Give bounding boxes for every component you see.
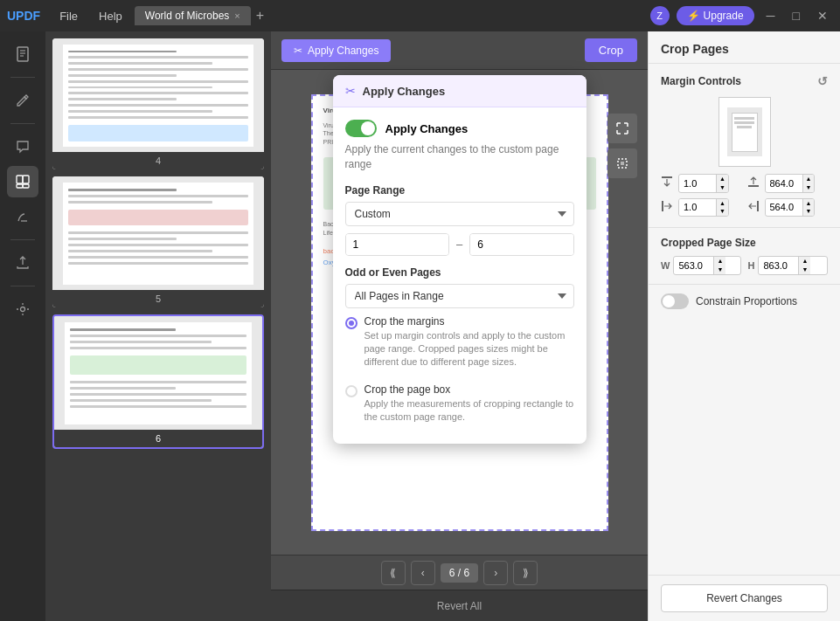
- left-margin-input[interactable]: [679, 199, 716, 215]
- mock-line: [70, 335, 246, 337]
- mock-line: [68, 98, 176, 100]
- right-panel-bottom: Revert Changes: [649, 575, 840, 621]
- width-spinners: ▲ ▼: [713, 257, 725, 274]
- left-margin-down[interactable]: ▼: [717, 207, 728, 216]
- page-thumb-6[interactable]: 6: [52, 314, 264, 449]
- new-tab-button[interactable]: +: [256, 8, 264, 24]
- sidebar-icon-comment[interactable]: [7, 131, 38, 162]
- sidebar-sep-1: [10, 77, 35, 78]
- height-spinners: ▲ ▼: [798, 257, 810, 274]
- last-page-button[interactable]: ⟫: [513, 561, 538, 585]
- bottom-margin-item: ▲ ▼: [747, 174, 829, 193]
- popup-body: Apply Changes Apply the current changes …: [333, 107, 587, 444]
- right-margin-down[interactable]: ▼: [803, 207, 815, 216]
- height-up[interactable]: ▲: [799, 257, 810, 266]
- crop-page-box-option[interactable]: Crop the page box Apply the measurements…: [345, 376, 574, 431]
- mock-line: [68, 189, 176, 191]
- user-avatar: Z: [650, 6, 670, 25]
- crop-page-box-radio[interactable]: [345, 385, 358, 397]
- maximize-button[interactable]: □: [788, 7, 805, 24]
- sidebar-icon-document[interactable]: [7, 38, 38, 70]
- height-label: H: [748, 260, 755, 271]
- top-margin-input[interactable]: [679, 176, 716, 191]
- left-margin-up[interactable]: ▲: [717, 199, 728, 208]
- mock-line: [70, 399, 212, 402]
- mock-line: [70, 387, 176, 390]
- mock-line: [68, 92, 248, 94]
- prev-page-button[interactable]: ‹: [411, 561, 435, 585]
- file-menu[interactable]: File: [51, 6, 87, 26]
- mock-line: [70, 328, 176, 331]
- right-margin-input[interactable]: [766, 199, 802, 215]
- crop-margins-option[interactable]: Crop the margins Set up margin controls …: [345, 308, 574, 376]
- mock-line: [70, 347, 246, 349]
- width-down[interactable]: ▼: [714, 266, 725, 274]
- revert-changes-button[interactable]: Revert Changes: [661, 584, 828, 612]
- mock-line: [70, 393, 246, 396]
- apply-changes-button[interactable]: ✂ Apply Changes: [281, 39, 391, 62]
- mock-line: [68, 110, 212, 113]
- odd-even-label: Odd or Even Pages: [345, 266, 574, 279]
- expand-tool-button[interactable]: [607, 114, 637, 143]
- mock-line: [70, 341, 212, 343]
- crop-margins-radio[interactable]: [345, 317, 358, 329]
- page-thumb-4[interactable]: 4: [52, 38, 264, 169]
- range-from-input[interactable]: [346, 234, 449, 255]
- bottom-margin-down[interactable]: ▼: [803, 183, 815, 192]
- main-layout: 4 5: [0, 31, 840, 621]
- crop-box-tool-button[interactable]: [607, 148, 637, 178]
- sidebar-icon-pages[interactable]: [7, 166, 38, 197]
- crop-button[interactable]: Crop: [585, 38, 637, 62]
- svg-rect-0: [17, 47, 28, 61]
- page-preview-box: [719, 97, 771, 167]
- close-button[interactable]: ✕: [812, 7, 833, 24]
- title-bar: UPDF File Help World of Microbes × + Z ⚡…: [0, 0, 840, 31]
- app-logo: UPDF: [7, 9, 40, 23]
- sidebar-icon-sign[interactable]: [7, 201, 38, 232]
- page-thumb-5[interactable]: 5: [52, 176, 264, 307]
- top-margin-input-wrap: ▲ ▼: [678, 174, 729, 193]
- mock-line: [68, 195, 248, 197]
- reset-margin-button[interactable]: ↺: [817, 74, 828, 88]
- popup-card: ✂ Apply Changes Apply Changes Apply the …: [333, 75, 587, 444]
- sidebar-icon-export[interactable]: [7, 247, 38, 279]
- upgrade-button[interactable]: ⚡ Upgrade: [677, 6, 754, 25]
- tab-world-microbes[interactable]: World of Microbes ×: [135, 6, 251, 25]
- height-down[interactable]: ▼: [799, 266, 810, 274]
- apply-changes-toggle[interactable]: [345, 120, 377, 137]
- mock-line: [68, 262, 248, 265]
- mock-line: [68, 74, 176, 77]
- top-margin-up[interactable]: ▲: [717, 175, 728, 183]
- svg-rect-5: [23, 176, 29, 183]
- mock-line: [68, 104, 248, 107]
- margin-controls-section: Margin Controls ↺: [649, 64, 840, 228]
- width-up[interactable]: ▲: [714, 257, 725, 266]
- mock-line: [68, 116, 248, 119]
- left-margin-spinners: ▲ ▼: [716, 199, 728, 217]
- first-page-button[interactable]: ⟪: [381, 561, 406, 585]
- margin-controls-grid: ▲ ▼ ▲ ▼: [661, 174, 828, 217]
- help-menu[interactable]: Help: [90, 6, 131, 26]
- next-page-button[interactable]: ›: [483, 561, 508, 585]
- sidebar-icon-edit[interactable]: [7, 85, 38, 116]
- popup-description: Apply the current changes to the custom …: [345, 142, 574, 172]
- range-to-input[interactable]: [470, 234, 573, 255]
- bottom-margin-up[interactable]: ▲: [803, 175, 815, 183]
- height-input[interactable]: [759, 258, 798, 273]
- bottom-margin-icon: [747, 176, 761, 190]
- bottom-margin-input[interactable]: [766, 176, 802, 191]
- constrain-toggle[interactable]: [661, 293, 689, 309]
- toggle-label: Apply Changes: [385, 122, 469, 135]
- top-margin-down[interactable]: ▼: [717, 183, 728, 192]
- sidebar-icon-tools[interactable]: [7, 293, 38, 325]
- page-range-select[interactable]: Custom All Pages Odd Pages Even Pages: [345, 202, 574, 226]
- odd-even-select[interactable]: All Pages in Range Odd Pages in Range Ev…: [345, 284, 574, 308]
- revert-all-button[interactable]: Revert All: [437, 600, 482, 612]
- right-margin-input-wrap: ▲ ▼: [765, 198, 816, 217]
- constrain-label: Constrain Proportions: [696, 295, 797, 307]
- right-panel: Crop Pages Margin Controls ↺: [648, 31, 840, 621]
- tab-close-icon[interactable]: ×: [234, 10, 240, 21]
- width-input[interactable]: [674, 258, 713, 273]
- right-margin-up[interactable]: ▲: [803, 199, 815, 208]
- minimize-button[interactable]: ─: [761, 7, 781, 24]
